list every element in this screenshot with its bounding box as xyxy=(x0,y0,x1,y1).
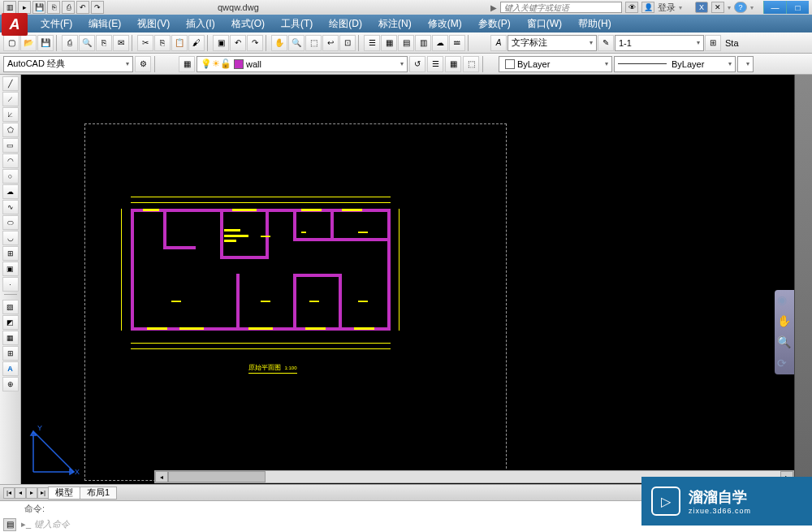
addselect-icon[interactable]: ⊕ xyxy=(2,377,19,391)
favorites-icon[interactable]: ✕ xyxy=(711,2,724,13)
annotation-combo[interactable]: 文字标注 ▾ xyxy=(508,35,597,51)
properties-icon[interactable]: ☰ xyxy=(364,35,380,51)
publish-icon[interactable]: ⎘ xyxy=(96,35,112,51)
workspace-gear-icon[interactable]: ⚙ xyxy=(135,56,151,72)
sheetset-icon[interactable]: ▥ xyxy=(415,35,431,51)
tab-model[interactable]: 模型 xyxy=(48,487,80,500)
right-scrollbar[interactable] xyxy=(794,75,812,484)
line-icon[interactable]: ╱ xyxy=(2,76,19,91)
pan-icon[interactable]: ✋ xyxy=(271,35,287,51)
menu-view[interactable]: 视图(V) xyxy=(129,15,178,32)
layer-iso-icon[interactable]: ▦ xyxy=(445,56,461,72)
ellipse-arc-icon[interactable]: ◡ xyxy=(2,231,19,245)
toolpalette-icon[interactable]: ▤ xyxy=(398,35,414,51)
maximize-button[interactable]: □ xyxy=(786,1,809,14)
mtext-icon[interactable]: A xyxy=(2,361,19,376)
menu-insert[interactable]: 插入(I) xyxy=(178,15,222,32)
revcloud-icon[interactable]: ☁ xyxy=(2,184,19,199)
menu-dimension[interactable]: 标注(N) xyxy=(370,15,420,32)
nav-orbit-icon[interactable]: ⟳ xyxy=(777,357,792,371)
print-icon[interactable]: ⎙ xyxy=(62,35,78,51)
layer-manager-icon[interactable]: ▦ xyxy=(179,56,195,72)
menu-modify[interactable]: 修改(M) xyxy=(420,15,470,32)
cut-icon[interactable]: ✂ xyxy=(137,35,153,51)
tab-prev-icon[interactable]: ◂ xyxy=(15,487,26,499)
workspace-combo[interactable]: AutoCAD 经典 ▾ xyxy=(3,56,133,72)
help-icon[interactable]: ? xyxy=(734,2,747,13)
scale-combo[interactable]: 1-1 ▾ xyxy=(615,35,704,51)
point-icon[interactable]: · xyxy=(2,277,19,292)
search-play-icon[interactable]: ▶ xyxy=(490,3,497,12)
copy-icon[interactable]: ⎘ xyxy=(154,35,171,51)
qat-undo-icon[interactable]: ↶ xyxy=(76,1,89,14)
layer-combo[interactable]: 💡 ☀ 🔓 wall ▾ xyxy=(197,56,408,72)
qat-new-icon[interactable]: ▥ xyxy=(3,1,16,14)
menu-draw[interactable]: 绘图(D) xyxy=(321,15,370,32)
new-icon[interactable]: ▢ xyxy=(3,35,19,51)
qat-saveas-icon[interactable]: ⎘ xyxy=(47,1,60,14)
infocenter-icon[interactable]: 👁 xyxy=(625,2,638,13)
xline-icon[interactable]: ⟋ xyxy=(2,92,19,106)
tab-layout1[interactable]: 布局1 xyxy=(80,487,117,500)
menu-tools[interactable]: 工具(T) xyxy=(273,15,321,32)
menu-edit[interactable]: 编辑(E) xyxy=(80,15,129,32)
qat-redo-icon[interactable]: ↷ xyxy=(91,1,104,14)
exchange-icon[interactable]: X xyxy=(695,2,708,13)
zoom-extent-icon[interactable]: ⊡ xyxy=(339,35,356,51)
qat-print-icon[interactable]: ⎙ xyxy=(62,1,75,14)
menu-help[interactable]: 帮助(H) xyxy=(570,15,620,32)
polygon-icon[interactable]: ⬠ xyxy=(2,123,19,137)
open-icon[interactable]: 📂 xyxy=(20,35,37,51)
menu-window[interactable]: 窗口(W) xyxy=(519,15,570,32)
minimize-button[interactable]: — xyxy=(763,1,786,14)
color-combo[interactable]: ByLayer ▾ xyxy=(499,56,612,72)
search-input[interactable] xyxy=(500,2,622,13)
dim-icon[interactable]: ✎ xyxy=(598,35,614,51)
send-icon[interactable]: ✉ xyxy=(113,35,129,51)
ellipse-icon[interactable]: ⬭ xyxy=(2,215,19,230)
qat-open-icon[interactable]: ▸ xyxy=(18,1,31,14)
zoom-realtime-icon[interactable]: 🔍 xyxy=(288,35,304,51)
textstyle-icon[interactable]: A xyxy=(490,35,507,51)
arc-icon[interactable]: ◠ xyxy=(2,154,19,168)
markup-icon[interactable]: ☁ xyxy=(432,35,448,51)
layer-prev-icon[interactable]: ↺ xyxy=(409,56,425,72)
nav-pan-icon[interactable]: ✋ xyxy=(777,314,792,329)
designcenter-icon[interactable]: ▦ xyxy=(381,35,397,51)
drawing-canvas[interactable]: ▬▬ ▬▬ ▬ ▬▬ ▬▬ ▬▬ ▬▬ 原始平面图 1:100 Y X ◉ ✋ … xyxy=(21,75,794,484)
tab-next-icon[interactable]: ▸ xyxy=(26,487,37,499)
tab-last-icon[interactable]: ▸| xyxy=(37,487,49,499)
hscroll-left-icon[interactable]: ◂ xyxy=(155,471,168,482)
login-label[interactable]: 登录 xyxy=(658,2,676,14)
save-icon[interactable]: 💾 xyxy=(37,35,54,51)
redo-icon[interactable]: ↷ xyxy=(247,35,263,51)
region-icon[interactable]: ▦ xyxy=(2,331,19,345)
qat-save-icon[interactable]: 💾 xyxy=(32,1,45,14)
calc-icon[interactable]: ⩸ xyxy=(449,35,465,51)
nav-zoom-icon[interactable]: 🔍 xyxy=(777,335,792,350)
insert-block-icon[interactable]: ⊞ xyxy=(2,246,19,261)
block-icon[interactable]: ▣ xyxy=(213,35,229,51)
layer-state-icon[interactable]: ☰ xyxy=(427,56,443,72)
nav-wheel-icon[interactable]: ◉ xyxy=(777,293,792,308)
layer-walk-icon[interactable]: ⬚ xyxy=(463,56,479,72)
linetype-combo[interactable]: ByLayer ▾ xyxy=(614,56,736,72)
paste-icon[interactable]: 📋 xyxy=(171,35,188,51)
polyline-icon[interactable]: ⟀ xyxy=(2,107,19,122)
menu-file[interactable]: 文件(F) xyxy=(32,15,80,32)
circle-icon[interactable]: ○ xyxy=(2,169,19,184)
make-block-icon[interactable]: ▣ xyxy=(2,262,19,276)
menu-format[interactable]: 格式(O) xyxy=(223,15,273,32)
table-icon[interactable]: ⊞ xyxy=(705,35,721,51)
menu-parametric[interactable]: 参数(P) xyxy=(470,15,519,32)
undo-icon[interactable]: ↶ xyxy=(230,35,246,51)
table2-icon[interactable]: ⊞ xyxy=(2,346,19,361)
lineweight-combo[interactable]: ▾ xyxy=(737,56,754,72)
rectangle-icon[interactable]: ▭ xyxy=(2,138,19,153)
hatch-icon[interactable]: ▨ xyxy=(2,300,19,314)
match-icon[interactable]: 🖌 xyxy=(188,35,205,51)
preview-icon[interactable]: 🔍 xyxy=(79,35,95,51)
zoom-prev-icon[interactable]: ↩ xyxy=(322,35,339,51)
app-logo-button[interactable]: A xyxy=(2,13,28,36)
spline-icon[interactable]: ∿ xyxy=(2,200,19,214)
